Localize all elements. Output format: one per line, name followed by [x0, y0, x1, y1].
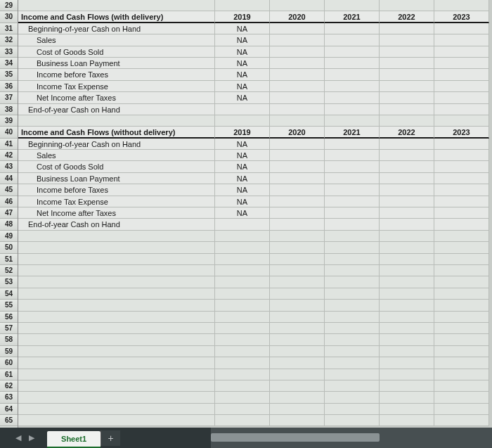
data-cell[interactable]: [270, 265, 325, 276]
year-column-header[interactable]: 2022: [380, 11, 434, 23]
data-cell[interactable]: [270, 161, 325, 172]
data-cell[interactable]: NA: [215, 173, 270, 184]
row-header[interactable]: 40: [0, 127, 18, 138]
row-header[interactable]: 62: [0, 380, 18, 392]
data-cell[interactable]: [325, 265, 380, 276]
data-cell[interactable]: [325, 357, 380, 369]
data-cell[interactable]: [215, 231, 270, 242]
row-header[interactable]: 29: [0, 0, 18, 11]
data-cell[interactable]: NA: [215, 92, 270, 103]
data-cell[interactable]: [380, 0, 434, 11]
row-label[interactable]: End-of-year Cash on Hand: [18, 219, 215, 230]
row-label[interactable]: Business Loan Payment: [18, 58, 215, 69]
data-cell[interactable]: [270, 115, 325, 127]
data-cell[interactable]: [270, 150, 325, 161]
row-header[interactable]: 43: [0, 161, 18, 172]
scrollbar-thumb[interactable]: [211, 433, 380, 442]
data-cell[interactable]: [380, 184, 434, 196]
year-column-header[interactable]: 2020: [270, 127, 325, 138]
data-cell[interactable]: NA: [215, 139, 270, 150]
data-cell[interactable]: [434, 0, 489, 11]
row-label[interactable]: Income before Taxes: [18, 184, 215, 196]
data-cell[interactable]: [325, 219, 380, 230]
data-cell[interactable]: [325, 139, 380, 150]
year-column-header[interactable]: 2022: [380, 127, 434, 138]
data-cell[interactable]: [380, 139, 434, 150]
data-cell[interactable]: [325, 312, 380, 323]
row-label[interactable]: Net Income after Taxes: [18, 207, 215, 219]
year-column-header[interactable]: 2020: [270, 11, 325, 23]
data-cell[interactable]: [270, 254, 325, 265]
data-cell[interactable]: [325, 115, 380, 127]
row-label[interactable]: [18, 346, 215, 357]
data-cell[interactable]: NA: [215, 46, 270, 58]
data-cell[interactable]: [434, 196, 489, 207]
data-cell[interactable]: [215, 357, 270, 369]
row-label[interactable]: Sales: [18, 150, 215, 161]
year-column-header[interactable]: 2021: [325, 11, 380, 23]
data-cell[interactable]: [380, 323, 434, 334]
data-cell[interactable]: [270, 312, 325, 323]
row-header[interactable]: 63: [0, 392, 18, 403]
row-label[interactable]: [18, 404, 215, 415]
row-label[interactable]: End-of-year Cash on Hand: [18, 104, 215, 115]
data-cell[interactable]: [434, 69, 489, 80]
add-sheet-button[interactable]: +: [101, 430, 120, 446]
data-cell[interactable]: [325, 254, 380, 265]
data-cell[interactable]: [325, 46, 380, 58]
row-header[interactable]: 65: [0, 415, 18, 426]
row-header[interactable]: 60: [0, 357, 18, 369]
data-cell[interactable]: NA: [215, 196, 270, 207]
data-cell[interactable]: [380, 380, 434, 392]
row-label[interactable]: [18, 115, 215, 127]
data-cell[interactable]: [215, 288, 270, 300]
row-label[interactable]: Income and Cash Flows (with delivery): [18, 11, 215, 23]
data-cell[interactable]: [215, 415, 270, 426]
data-cell[interactable]: [270, 173, 325, 184]
data-cell[interactable]: [380, 150, 434, 161]
data-cell[interactable]: [325, 81, 380, 92]
data-cell[interactable]: [270, 300, 325, 311]
data-cell[interactable]: [434, 415, 489, 426]
data-cell[interactable]: [380, 115, 434, 127]
row-label[interactable]: Income before Taxes: [18, 69, 215, 80]
row-label[interactable]: [18, 288, 215, 300]
tab-nav-arrows[interactable]: ◀ ▶: [15, 433, 37, 442]
data-cell[interactable]: [270, 323, 325, 334]
data-cell[interactable]: [380, 92, 434, 103]
row-header[interactable]: 34: [0, 58, 18, 69]
year-column-header[interactable]: 2019: [215, 11, 270, 23]
data-cell[interactable]: [380, 81, 434, 92]
data-cell[interactable]: [380, 231, 434, 242]
data-cell[interactable]: [325, 150, 380, 161]
data-cell[interactable]: [380, 173, 434, 184]
data-cell[interactable]: [215, 265, 270, 276]
data-cell[interactable]: [215, 242, 270, 253]
row-label[interactable]: Cost of Goods Sold: [18, 46, 215, 58]
row-label[interactable]: [18, 392, 215, 403]
data-cell[interactable]: [325, 231, 380, 242]
sheet-tab-active[interactable]: Sheet1: [47, 431, 101, 448]
row-label[interactable]: [18, 0, 215, 11]
data-cell[interactable]: NA: [215, 184, 270, 196]
data-cell[interactable]: [215, 104, 270, 115]
data-cell[interactable]: [325, 92, 380, 103]
data-cell[interactable]: [270, 276, 325, 288]
data-cell[interactable]: NA: [215, 58, 270, 69]
row-header[interactable]: 48: [0, 219, 18, 230]
data-cell[interactable]: [380, 254, 434, 265]
row-label[interactable]: Business Loan Payment: [18, 173, 215, 184]
data-cell[interactable]: [215, 323, 270, 334]
data-cell[interactable]: [215, 404, 270, 415]
data-cell[interactable]: [380, 207, 434, 219]
row-header[interactable]: 56: [0, 312, 18, 323]
data-cell[interactable]: [270, 334, 325, 345]
data-cell[interactable]: [380, 357, 434, 369]
row-header[interactable]: 32: [0, 34, 18, 46]
data-cell[interactable]: [380, 392, 434, 403]
row-header[interactable]: 58: [0, 334, 18, 345]
data-cell[interactable]: [434, 207, 489, 219]
data-cell[interactable]: [434, 46, 489, 58]
row-label[interactable]: [18, 380, 215, 392]
row-label[interactable]: Income and Cash Flows (without delivery): [18, 127, 215, 138]
